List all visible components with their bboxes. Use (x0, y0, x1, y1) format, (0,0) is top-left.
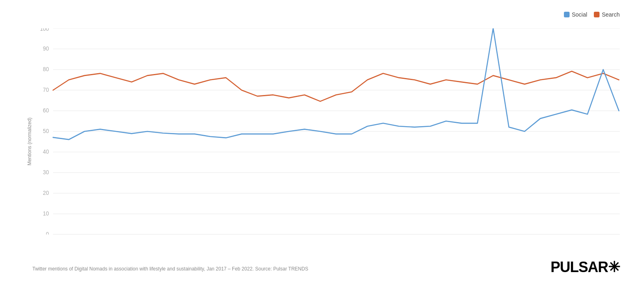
social-line (53, 28, 619, 139)
svg-text:20: 20 (43, 190, 49, 196)
chart-container: Social Search Mentions (normalized) (0, 0, 644, 283)
footer-source-text: Twitter mentions of Digital Nomads in as… (32, 266, 308, 272)
chart-svg: 0 10 20 30 40 50 60 70 80 90 100 Jan-20 … (32, 28, 620, 234)
svg-text:90: 90 (43, 46, 49, 52)
svg-text:40: 40 (43, 149, 49, 155)
search-line (53, 71, 619, 101)
svg-text:70: 70 (43, 87, 49, 93)
svg-text:60: 60 (43, 108, 49, 114)
chart-area: 0 10 20 30 40 50 60 70 80 90 100 Jan-20 … (32, 28, 620, 234)
svg-text:30: 30 (43, 169, 49, 175)
pulsar-logo: PULSAR✳ (551, 259, 620, 276)
legend-social-color (564, 12, 570, 17)
legend-search: Search (594, 11, 620, 18)
y-axis-label: Mentions (normalized) (27, 118, 32, 166)
legend-social-label: Social (572, 11, 587, 18)
legend-social: Social (564, 11, 587, 18)
chart-legend: Social Search (564, 11, 620, 18)
svg-text:100: 100 (40, 28, 49, 32)
svg-text:80: 80 (43, 66, 49, 72)
svg-text:50: 50 (43, 128, 49, 134)
svg-text:10: 10 (43, 211, 49, 217)
svg-text:0: 0 (46, 231, 49, 234)
legend-search-label: Search (602, 11, 620, 18)
legend-search-color (594, 12, 600, 17)
